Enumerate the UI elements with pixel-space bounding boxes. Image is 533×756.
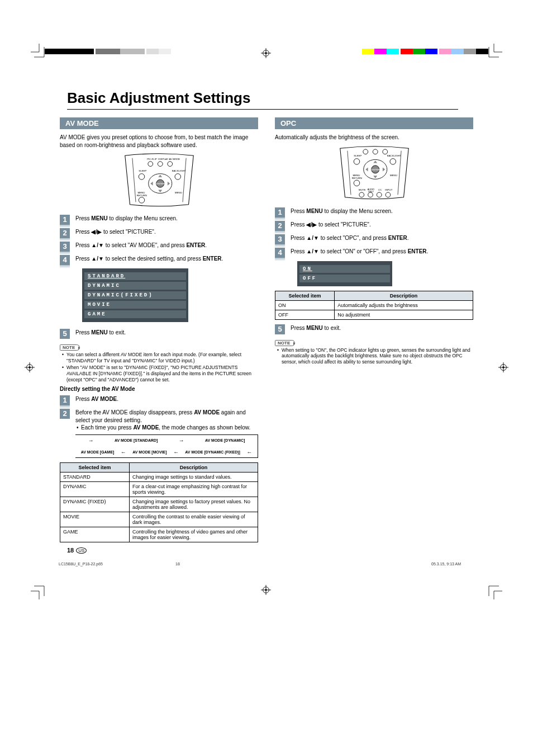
table-row: ONAutomatically adjusts the brightness xyxy=(275,300,473,310)
svg-text:RETURN: RETURN xyxy=(136,194,146,197)
step-4: 4 Press ▲/▼ to select the desired settin… xyxy=(60,255,258,265)
table-header: Description xyxy=(129,463,258,472)
remote-svg-avmode: PIC.FLIP DISPLAY AV MODE SLEEP BACKLIGHT… xyxy=(120,152,198,208)
title-rule xyxy=(67,109,458,110)
table-avmode: Selected itemDescription STANDARDChangin… xyxy=(60,462,258,542)
table-header: Selected item xyxy=(275,291,335,300)
sub-bullet: Each time you press AV MODE, the mode ch… xyxy=(75,424,258,431)
menu-item: OFF xyxy=(299,275,390,282)
step-num-1: 1 xyxy=(60,215,70,225)
footer-metadata: LC15B8U_E_P18-22.p65 18 05.3.15, 9:13 AM xyxy=(59,562,472,566)
dstep-2: 2 Before the AV MODE display disappears,… xyxy=(60,409,258,431)
cycle-diagram: → AV MODE [STANDARD] → AV MODE [DYNAMIC]… xyxy=(75,434,258,458)
table-row: DYNAMIC (FIXED)Changing image settings t… xyxy=(60,497,258,512)
svg-text:CC: CC xyxy=(378,188,382,191)
menu-item: GAME xyxy=(84,310,186,318)
step-2: 2 Press ◀/▶ to select "PICTURE". xyxy=(60,228,258,238)
color-bars-right xyxy=(362,49,488,55)
lbl-menu: MENU xyxy=(175,191,182,194)
page-number: 18 US xyxy=(67,547,87,554)
section-header-avmode: AV MODE xyxy=(60,117,258,129)
remote-figure-opc: SLEEP BACKLIGHT ENTER MENURETURN MENU MU… xyxy=(275,145,473,202)
svg-point-15 xyxy=(265,589,267,591)
arrow-right-icon: → xyxy=(179,437,184,443)
menu-item: DYNAMIC(FIXED) xyxy=(84,291,186,299)
svg-text:ENTER: ENTER xyxy=(371,168,379,171)
arrow-left-icon: ← xyxy=(246,449,252,455)
crop-mark-br xyxy=(483,580,502,599)
note-item: You can select a different AV MODE item … xyxy=(62,352,258,363)
registration-target-bottom xyxy=(261,585,271,595)
step-3: 3 Press ▲/▼ to select "AV MODE", and pre… xyxy=(60,242,258,252)
rstep-3: 3 Press ▲/▼ to select "OPC", and press E… xyxy=(275,234,473,244)
intro-avmode: AV MODE gives you preset options to choo… xyxy=(60,134,258,149)
rstep-1: 1 Press MENU to display the Menu screen. xyxy=(275,207,473,218)
menu-item: MOVIE xyxy=(84,301,186,309)
step-5: 5 Press MENU to exit. xyxy=(60,329,258,339)
lbl-avmode: AV MODE xyxy=(169,158,180,160)
crop-mark-tr xyxy=(483,44,502,63)
svg-point-3 xyxy=(265,52,267,54)
lbl-sleep: SLEEP xyxy=(139,169,146,172)
table-row: MOVIEControlling the contrast to enable … xyxy=(60,512,258,527)
svg-point-11 xyxy=(502,366,505,368)
step-1: 1 Press MENU to display the Menu screen. xyxy=(60,215,258,225)
lbl-menu-return: MENU xyxy=(137,191,145,194)
section-header-opc: OPC xyxy=(275,117,473,129)
arrow-right-icon: → xyxy=(88,437,94,443)
rstep-2: 2 Press ◀/▶ to select "PICTURE". xyxy=(275,221,473,231)
osd-menu-avmode: STANDARD DYNAMIC DYNAMIC(FIXED) MOVIE GA… xyxy=(82,268,188,322)
note-label-opc: NOTE xyxy=(275,340,295,346)
svg-text:RETURN: RETURN xyxy=(351,177,361,179)
menu-item: DYNAMIC xyxy=(84,282,186,290)
subhead-direct: Directly setting the AV Mode xyxy=(60,386,258,392)
remote-svg-opc: SLEEP BACKLIGHT ENTER MENURETURN MENU MU… xyxy=(335,145,413,201)
note-list-avmode: You can select a different AV MODE item … xyxy=(60,352,258,382)
menu-item: STANDARD xyxy=(84,272,186,280)
svg-text:MENU: MENU xyxy=(353,174,360,177)
svg-text:MUTE: MUTE xyxy=(359,188,365,191)
table-header: Description xyxy=(335,291,473,300)
intro-opc: Automatically adjusts the brightness of … xyxy=(275,134,473,141)
registration-target-right xyxy=(498,362,508,372)
column-left: AV MODE AV MODE gives you preset options… xyxy=(60,84,258,542)
table-row: GAMEControlling the brightness of video … xyxy=(60,527,258,542)
osd-menu-opc: ON OFF xyxy=(297,261,392,286)
page-title: Basic Adjustment Settings xyxy=(67,89,250,107)
note-list-opc: When setting to "ON", the OPC indicator … xyxy=(275,347,473,365)
svg-text:BACKLIGHT: BACKLIGHT xyxy=(387,154,401,157)
region-badge: US xyxy=(76,547,87,554)
lbl-enter: ENTER xyxy=(156,182,164,185)
lbl-backlight: BACKLIGHT xyxy=(172,169,185,172)
remote-figure-avmode: PIC.FLIP DISPLAY AV MODE SLEEP BACKLIGHT… xyxy=(60,152,258,209)
lbl-picflip: PIC.FLIP xyxy=(147,158,157,160)
dstep-1: 1 Press AV MODE. xyxy=(60,395,258,405)
note-label: NOTE xyxy=(60,344,80,351)
table-opc: Selected itemDescription ONAutomatically… xyxy=(275,291,473,320)
color-bars-left xyxy=(45,49,171,55)
crop-mark-bl xyxy=(31,580,50,599)
svg-text:MENU: MENU xyxy=(390,174,397,177)
footer-file: LC15B8U_E_P18-22.p65 xyxy=(59,562,103,566)
note-item: When setting to "ON", the OPC indicator … xyxy=(277,347,473,365)
table-row: STANDARDChanging image settings to stand… xyxy=(60,472,258,482)
table-row: OFFNo adjustment xyxy=(275,310,473,319)
page-content: AV MODE AV MODE gives you preset options… xyxy=(60,0,473,542)
footer-page: 18 xyxy=(175,562,180,566)
svg-point-7 xyxy=(28,366,31,368)
registration-target-top xyxy=(261,48,271,58)
svg-text:INPUT: INPUT xyxy=(385,188,392,191)
rstep-4: 4 Press ▲/▼ to select "ON" or "OFF", and… xyxy=(275,248,473,258)
column-right: OPC Automatically adjusts the brightness… xyxy=(275,84,473,542)
registration-target-left xyxy=(25,362,35,372)
note-item: When "AV MODE" is set to "DYNAMIC (FIXED… xyxy=(62,365,258,382)
table-header: Selected item xyxy=(60,463,130,472)
crop-mark-tl xyxy=(31,44,50,63)
rstep-5: 5 Press MENU to exit. xyxy=(275,324,473,334)
table-row: DYNAMICFor a clear-cut image emphasizing… xyxy=(60,482,258,497)
arrow-left-icon: ← xyxy=(173,449,179,455)
menu-item: ON xyxy=(299,265,390,273)
svg-text:SLEEP: SLEEP xyxy=(354,154,361,157)
lbl-display: DISPLAY xyxy=(158,158,168,160)
footer-timestamp: 05.3.15, 9:13 AM xyxy=(431,562,461,566)
